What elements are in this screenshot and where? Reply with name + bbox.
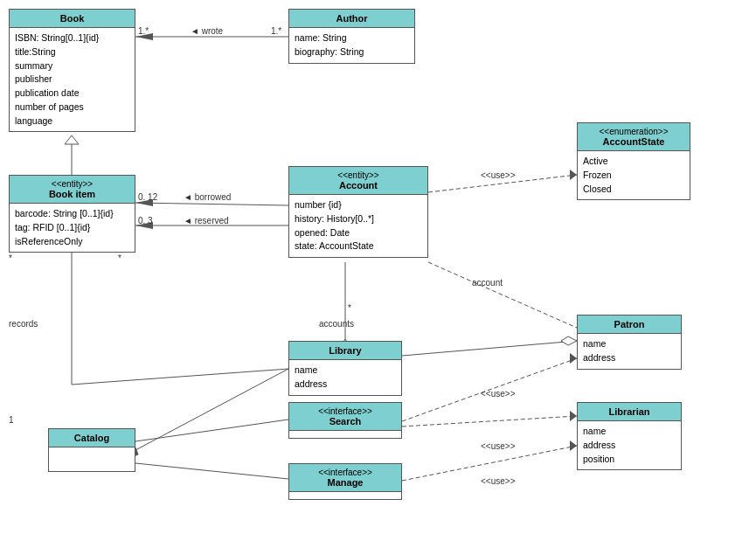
box-book-title: Book — [60, 13, 85, 24]
accountstate-attr-2: Closed — [583, 183, 684, 197]
label-records: records — [9, 319, 38, 329]
box-search-body — [289, 431, 401, 438]
label-borrowed-text: ◄ borrowed — [184, 192, 231, 202]
box-accountstate-header: <<enumeration>> AccountState — [578, 123, 690, 151]
box-patron-title: Patron — [614, 319, 645, 329]
account-attr-0: number {id} — [295, 198, 422, 212]
author-attr-1: biography: String — [295, 45, 409, 59]
box-manage-stereotype: <<interface>> — [295, 468, 396, 477]
svg-line-4 — [135, 203, 288, 205]
box-library-body: name address — [289, 360, 401, 395]
box-account-title: Account — [339, 180, 378, 191]
label-use4: <<use>> — [481, 476, 515, 486]
box-catalog-title: Catalog — [74, 433, 109, 443]
svg-marker-21 — [561, 336, 577, 345]
box-account: <<entity>> Account number {id} history: … — [288, 166, 428, 258]
label-one: 1 — [9, 415, 14, 425]
box-author-title: Author — [336, 13, 367, 24]
label-star2: * — [118, 253, 121, 263]
box-librarian: Librarian name address position — [577, 402, 682, 470]
svg-line-18 — [135, 463, 288, 479]
label-wrote-text: ◄ wrote — [191, 26, 223, 36]
patron-attr-0: name — [583, 337, 676, 351]
box-library: Library name address — [288, 341, 402, 396]
account-attr-2: opened: Date — [295, 226, 422, 240]
label-wrote-left: 1.* — [138, 26, 149, 36]
label-account: account — [472, 278, 503, 288]
box-search-header: <<interface>> Search — [289, 403, 401, 431]
accountstate-attr-1: Frozen — [583, 169, 684, 183]
box-manage-title: Manage — [328, 477, 364, 488]
patron-attr-1: address — [583, 351, 676, 365]
librarian-attr-0: name — [583, 425, 676, 439]
box-accountstate-stereotype: <<enumeration>> — [583, 127, 684, 136]
box-patron-body: name address — [578, 334, 681, 369]
box-book-header: Book — [10, 10, 135, 28]
box-search-title: Search — [329, 416, 362, 427]
box-bookitem-header: <<entity>> Book item — [10, 176, 135, 204]
box-accountstate: <<enumeration>> AccountState Active Froz… — [577, 122, 690, 200]
svg-line-20 — [402, 341, 577, 356]
book-attr-1: title:String — [15, 45, 129, 59]
box-bookitem-title: Book item — [49, 189, 95, 199]
box-manage-body — [289, 492, 401, 499]
box-catalog-header: Catalog — [49, 429, 135, 447]
box-patron: Patron name address — [577, 315, 682, 370]
box-author-header: Author — [289, 10, 414, 28]
box-manage: <<interface>> Manage — [288, 463, 402, 500]
box-patron-header: Patron — [578, 316, 681, 334]
label-wrote-right: 1.* — [271, 26, 281, 36]
library-attr-0: name — [295, 364, 396, 378]
svg-marker-3 — [65, 135, 79, 144]
librarian-attr-2: position — [583, 453, 676, 467]
box-search-stereotype: <<interface>> — [295, 406, 396, 416]
book-attr-6: language — [15, 114, 129, 128]
bookitem-attr-2: isReferenceOnly — [15, 235, 129, 249]
box-bookitem-body: barcode: String [0..1]{id} tag: RFID [0.… — [10, 204, 135, 252]
box-catalog-body — [49, 447, 135, 465]
box-author: Author name: String biography: String — [288, 9, 415, 64]
book-attr-0: ISBN: String[0..1]{id} — [15, 31, 129, 45]
accountstate-attr-0: Active — [583, 155, 684, 169]
svg-marker-24 — [570, 353, 577, 364]
label-borrowed-left: 0. 12 — [138, 192, 157, 202]
box-accountstate-body: Active Frozen Closed — [578, 151, 690, 199]
bookitem-attr-0: barcode: String [0..1]{id} — [15, 207, 129, 221]
box-accountstate-title: AccountState — [603, 136, 665, 147]
box-library-title: Library — [329, 345, 361, 356]
box-book: Book ISBN: String[0..1]{id} title:String… — [9, 9, 135, 132]
svg-marker-26 — [570, 411, 577, 421]
svg-line-25 — [402, 416, 577, 427]
box-book-body: ISBN: String[0..1]{id} title:String summ… — [10, 28, 135, 131]
box-bookitem: <<entity>> Book item barcode: String [0.… — [9, 175, 135, 253]
box-search: <<interface>> Search — [288, 402, 402, 439]
book-attr-2: summary — [15, 59, 129, 73]
box-librarian-header: Librarian — [578, 403, 681, 421]
account-attr-3: state: AccountState — [295, 239, 422, 253]
bookitem-attr-1: tag: RFID [0..1]{id} — [15, 221, 129, 235]
box-account-header: <<entity>> Account — [289, 167, 427, 195]
svg-line-13 — [72, 369, 288, 385]
label-accounts: accounts — [319, 319, 354, 329]
library-attr-1: address — [295, 378, 396, 392]
box-author-body: name: String biography: String — [289, 28, 414, 63]
label-use3: <<use>> — [481, 441, 515, 451]
label-star3: * — [348, 303, 351, 313]
svg-marker-28 — [570, 440, 577, 451]
box-catalog: Catalog — [48, 428, 135, 472]
book-attr-3: publisher — [15, 73, 129, 87]
box-account-body: number {id} history: History[0..*] opene… — [289, 195, 427, 257]
book-attr-4: publication date — [15, 87, 129, 101]
label-use2: <<use>> — [481, 389, 515, 399]
box-librarian-title: Librarian — [608, 406, 649, 417]
svg-line-27 — [402, 446, 577, 481]
author-attr-0: name: String — [295, 31, 409, 45]
book-attr-5: number of pages — [15, 101, 129, 114]
svg-line-14 — [135, 369, 288, 450]
label-reserved-text: ◄ reserved — [184, 216, 229, 225]
svg-line-16 — [135, 420, 288, 441]
label-reserved-left: 0. 3 — [138, 216, 153, 225]
box-manage-header: <<interface>> Manage — [289, 464, 401, 492]
box-bookitem-stereotype: <<entity>> — [15, 179, 129, 189]
diagram-container: 1.* ◄ wrote 1.* 0. 12 ◄ borrowed 0. 3 ◄ … — [0, 0, 756, 534]
